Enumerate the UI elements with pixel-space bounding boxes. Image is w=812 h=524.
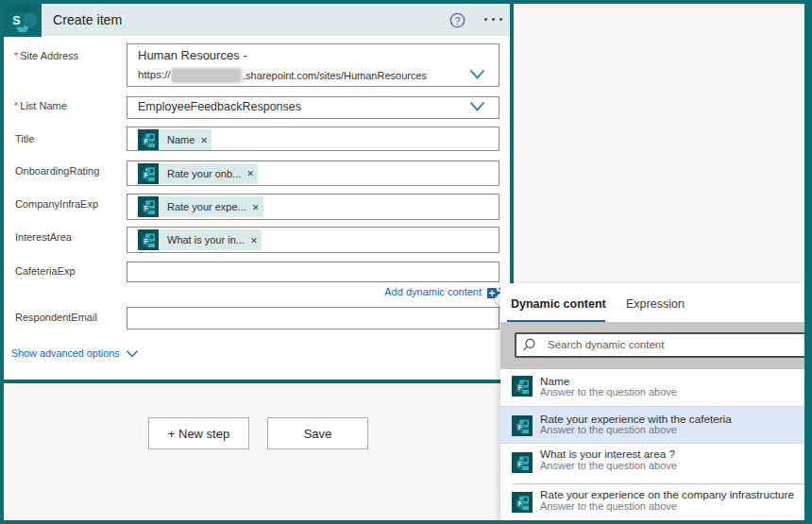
- svg-text:S: S: [12, 14, 20, 27]
- svg-text:?: ?: [455, 16, 461, 26]
